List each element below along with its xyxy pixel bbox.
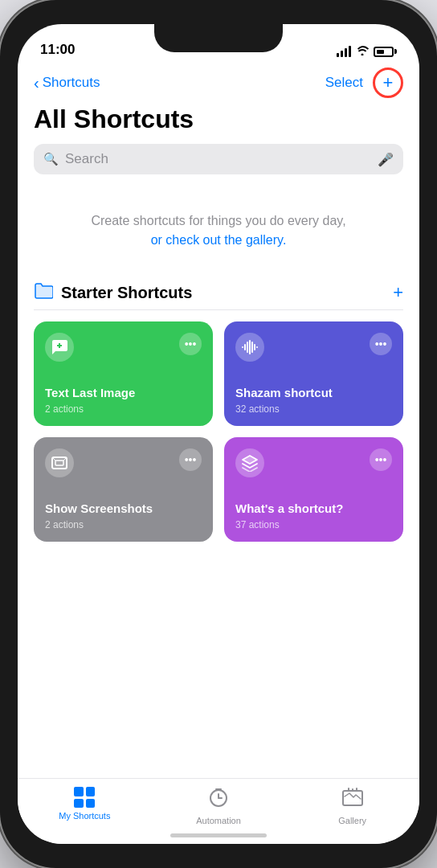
- status-icons: [337, 45, 397, 58]
- automation-clock-icon: [208, 787, 229, 813]
- screen: 11:00: [18, 24, 419, 844]
- empty-message-text: Create shortcuts for things you do every…: [91, 214, 345, 227]
- folder-icon: [34, 283, 53, 303]
- nav-bar: ‹ Shortcuts Select +: [18, 64, 419, 104]
- plus-icon: +: [383, 74, 394, 92]
- signal-bars-icon: [337, 46, 351, 57]
- search-placeholder: Search: [65, 151, 371, 167]
- content-area: Create shortcuts for things you do every…: [18, 187, 419, 844]
- waveform-icon: [235, 333, 264, 362]
- my-shortcuts-grid-icon: [74, 787, 95, 808]
- tab-gallery[interactable]: Gallery: [285, 787, 419, 825]
- layers-icon: [235, 448, 264, 477]
- ellipsis-icon: •••: [375, 338, 387, 350]
- status-time: 11:00: [40, 42, 75, 58]
- card-subtitle: 2 actions: [45, 519, 202, 530]
- card-top: •••: [45, 448, 202, 477]
- microphone-icon[interactable]: 🎤: [378, 152, 394, 167]
- svg-rect-10: [55, 461, 63, 465]
- wifi-icon: [356, 45, 369, 58]
- card-top: •••: [235, 333, 392, 362]
- card-title: What's a shortcut?: [235, 501, 392, 517]
- signal-bar-2: [341, 51, 343, 57]
- shortcut-card-whats-shortcut[interactable]: ••• What's a shortcut? 37 actions: [224, 437, 403, 542]
- notch: [154, 24, 283, 52]
- section-add-button[interactable]: +: [393, 282, 403, 303]
- shortcut-card-shazam[interactable]: ••• Shazam shortcut 32 actions: [224, 321, 403, 426]
- signal-bar-1: [337, 53, 339, 57]
- card-more-button[interactable]: •••: [370, 448, 392, 471]
- shortcuts-grid: ••• Text Last Image 2 actions: [34, 321, 403, 542]
- home-indicator: [170, 833, 267, 837]
- signal-bar-3: [345, 48, 347, 57]
- shortcut-card-text-last-image[interactable]: ••• Text Last Image 2 actions: [34, 321, 213, 426]
- tab-my-shortcuts[interactable]: My Shortcuts: [18, 787, 152, 821]
- nav-right: Select +: [325, 68, 403, 98]
- gallery-icon: [342, 787, 363, 813]
- section-header: Starter Shortcuts +: [34, 282, 403, 310]
- card-title: Text Last Image: [45, 385, 202, 401]
- card-bottom: Text Last Image 2 actions: [45, 385, 202, 416]
- phone-frame: 11:00: [0, 0, 437, 868]
- card-more-button[interactable]: •••: [179, 448, 202, 471]
- screenshot-icon: [45, 448, 74, 477]
- tab-automation[interactable]: Automation: [152, 787, 286, 825]
- page-title: All Shortcuts: [18, 104, 419, 144]
- card-bottom: What's a shortcut? 37 actions: [235, 501, 392, 531]
- empty-state-message: Create shortcuts for things you do every…: [18, 187, 419, 266]
- card-bottom: Shazam shortcut 32 actions: [235, 385, 392, 416]
- card-top: •••: [235, 448, 392, 477]
- ellipsis-icon: •••: [185, 453, 197, 466]
- select-button[interactable]: Select: [325, 75, 363, 91]
- card-more-button[interactable]: •••: [370, 333, 392, 355]
- chevron-left-icon: ‹: [34, 74, 39, 92]
- gallery-link[interactable]: or check out the gallery.: [151, 233, 287, 247]
- battery-icon: [374, 47, 397, 57]
- card-subtitle: 2 actions: [45, 403, 202, 415]
- card-bottom: Show Screen­shots 2 actions: [45, 501, 202, 531]
- back-button[interactable]: ‹ Shortcuts: [34, 74, 100, 92]
- search-bar[interactable]: 🔍 Search 🎤: [34, 144, 403, 174]
- shortcut-card-screenshots[interactable]: ••• Show Screen­shots 2 actions: [34, 437, 213, 542]
- automation-label: Automation: [196, 816, 241, 825]
- starter-shortcuts-section: Starter Shortcuts +: [18, 266, 419, 542]
- card-title: Show Screen­shots: [45, 501, 202, 517]
- card-top: •••: [45, 333, 202, 362]
- gallery-label: Gallery: [338, 816, 366, 825]
- my-shortcuts-label: My Shortcuts: [59, 811, 110, 821]
- card-subtitle: 32 actions: [235, 403, 392, 415]
- ellipsis-icon: •••: [185, 338, 197, 350]
- add-shortcut-button[interactable]: +: [373, 68, 403, 98]
- card-more-button[interactable]: •••: [179, 333, 202, 355]
- message-add-icon: [45, 333, 74, 362]
- signal-bar-4: [349, 46, 351, 57]
- ellipsis-icon: •••: [375, 453, 387, 466]
- section-title: Starter Shortcuts: [61, 284, 192, 302]
- back-label: Shortcuts: [43, 75, 100, 91]
- section-header-left: Starter Shortcuts: [34, 283, 192, 303]
- search-icon: 🔍: [43, 152, 59, 166]
- card-subtitle: 37 actions: [235, 519, 392, 530]
- card-title: Shazam shortcut: [235, 385, 392, 401]
